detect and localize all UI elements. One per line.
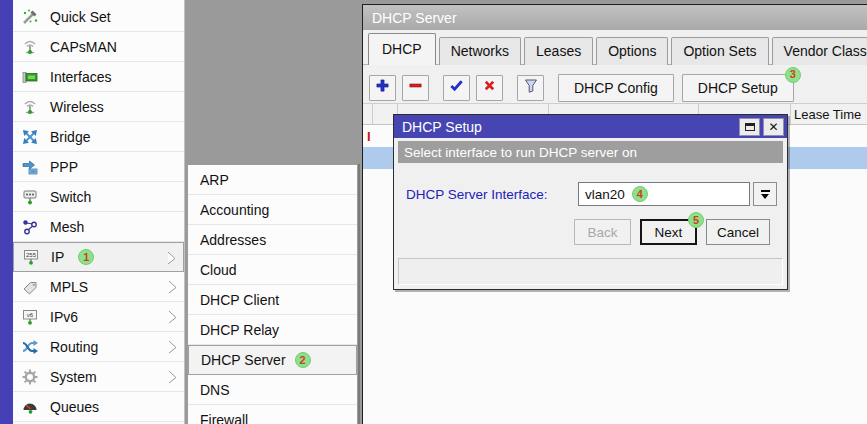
ipv6-icon: v6 — [20, 308, 40, 326]
ip-255-icon: 255 — [21, 248, 41, 266]
sidebar-item-label: Switch — [50, 189, 91, 205]
invalid-flag: I — [363, 129, 371, 144]
sidebar-item-queues[interactable]: Queues — [13, 392, 184, 422]
window-titlebar[interactable]: DHCP Server — [363, 5, 867, 30]
step-badge-1: 1 — [78, 249, 94, 265]
submenu-item-firewall[interactable]: Firewall — [188, 405, 357, 424]
gear-icon — [20, 368, 40, 386]
sidebar-item-label: Interfaces — [50, 69, 111, 85]
routing-arrows-icon — [20, 338, 40, 356]
svg-text:v6: v6 — [27, 312, 34, 318]
submenu-item-dhcp-client[interactable]: DHCP Client — [188, 285, 357, 315]
dialog-buttons: Back Next 5 Cancel — [394, 219, 787, 245]
disable-button[interactable] — [476, 75, 503, 101]
sidebar-accent-bar — [0, 0, 13, 424]
remove-button[interactable] — [402, 75, 429, 101]
interface-field-label: DHCP Server Interface: — [406, 187, 578, 202]
switch-icon — [20, 188, 40, 206]
step-badge-4: 4 — [632, 186, 648, 202]
enable-button[interactable] — [443, 75, 470, 101]
svg-text:255: 255 — [26, 252, 37, 258]
tab-options[interactable]: Options — [596, 37, 668, 65]
dialog-status-bar — [398, 258, 783, 285]
sidebar-item-ip[interactable]: 255 IP 1 — [13, 242, 184, 272]
sidebar-item-mpls[interactable]: MPLS — [13, 272, 184, 302]
sidebar-item-ipv6[interactable]: v6 IPv6 — [13, 302, 184, 332]
dialog-message: Select interface to run DHCP server on — [404, 145, 637, 160]
capsman-antenna-icon — [20, 38, 40, 56]
step-badge-5: 5 — [688, 212, 704, 228]
submenu-item-dhcp-relay[interactable]: DHCP Relay — [188, 315, 357, 345]
maximize-button[interactable] — [739, 118, 760, 136]
sidebar: Quick Set CAPsMAN Interfaces Wireless Br… — [0, 0, 185, 424]
sidebar-item-ppp[interactable]: PPP — [13, 152, 184, 182]
sidebar-item-bridge[interactable]: Bridge — [13, 122, 184, 152]
tab-dhcp[interactable]: DHCP — [368, 33, 436, 65]
submenu-item-accounting[interactable]: Accounting — [188, 195, 357, 225]
bridge-arrows-icon — [20, 128, 40, 146]
submenu-item-dhcp-server[interactable]: DHCP Server 2 — [188, 345, 357, 375]
close-button[interactable]: ✕ — [763, 118, 784, 136]
tab-leases[interactable]: Leases — [524, 37, 593, 65]
step-badge-2: 2 — [295, 352, 311, 368]
sidebar-item-label: MPLS — [50, 279, 88, 295]
dhcp-setup-dialog: DHCP Setup ✕ Select interface to run DHC… — [393, 114, 788, 290]
sidebar-item-capsman[interactable]: CAPsMAN — [13, 32, 184, 62]
add-button[interactable] — [369, 75, 396, 101]
network-card-icon — [20, 68, 40, 86]
submenu-arrow-icon — [168, 340, 177, 358]
sidebar-item-label: IP — [51, 249, 64, 265]
step-badge-3: 3 — [785, 67, 801, 83]
submenu-item-arp[interactable]: ARP — [188, 165, 357, 195]
wireless-antenna-icon — [20, 98, 40, 116]
tab-networks[interactable]: Networks — [439, 37, 521, 65]
sidebar-item-switch[interactable]: Switch — [13, 182, 184, 212]
next-button[interactable]: Next 5 — [640, 219, 697, 245]
dialog-title: DHCP Setup — [402, 119, 736, 135]
column-header-lease-time[interactable]: Lease Time — [791, 104, 867, 124]
tab-bar: DHCP Networks Leases Options Option Sets… — [363, 30, 867, 65]
dhcp-server-interface-input[interactable]: vlan20 4 — [578, 182, 750, 206]
submenu-item-cloud[interactable]: Cloud — [188, 255, 357, 285]
filter-button[interactable] — [517, 75, 544, 101]
sidebar-item-label: Bridge — [50, 129, 90, 145]
sidebar-item-label: Queues — [50, 399, 99, 415]
wand-icon — [20, 8, 40, 26]
dialog-titlebar[interactable]: DHCP Setup ✕ — [394, 115, 787, 138]
submenu-item-addresses[interactable]: Addresses — [188, 225, 357, 255]
sidebar-item-label: System — [50, 369, 97, 385]
disable-cross-icon — [482, 78, 497, 97]
sidebar-item-quick-set[interactable]: Quick Set — [13, 2, 184, 32]
dhcp-config-button[interactable]: DHCP Config — [558, 74, 674, 102]
filter-funnel-icon — [523, 78, 539, 98]
sidebar-item-label: CAPsMAN — [50, 39, 117, 55]
sidebar-item-system[interactable]: System — [13, 362, 184, 392]
tab-vendor-classes[interactable]: Vendor Classes — [772, 37, 867, 65]
submenu-arrow-icon — [168, 280, 177, 298]
submenu-item-dns[interactable]: DNS — [188, 375, 357, 405]
submenu-arrow-icon — [167, 251, 176, 269]
sidebar-item-wireless[interactable]: Wireless — [13, 92, 184, 122]
sidebar-item-label: PPP — [50, 159, 78, 175]
add-icon — [375, 78, 390, 97]
column-header-flags[interactable] — [363, 104, 373, 124]
interface-dropdown-button[interactable] — [753, 182, 777, 206]
back-button[interactable]: Back — [574, 219, 631, 245]
window-title: DHCP Server — [372, 10, 457, 26]
dhcp-setup-button[interactable]: DHCP Setup 3 — [682, 74, 794, 102]
remove-icon — [408, 78, 423, 97]
ip-submenu: ARP Accounting Addresses Cloud DHCP Clie… — [187, 164, 358, 424]
sidebar-item-interfaces[interactable]: Interfaces — [13, 62, 184, 92]
interface-field-row: DHCP Server Interface: vlan20 4 — [394, 182, 787, 206]
cancel-button[interactable]: Cancel — [706, 219, 770, 245]
mpls-tag-icon — [20, 278, 40, 296]
sidebar-item-label: Wireless — [50, 99, 104, 115]
mesh-nodes-icon — [20, 218, 40, 236]
tab-option-sets[interactable]: Option Sets — [671, 37, 768, 65]
ppp-connection-icon — [20, 158, 40, 176]
sidebar-item-label: Quick Set — [50, 9, 111, 25]
sidebar-item-routing[interactable]: Routing — [13, 332, 184, 362]
sidebar-item-label: Mesh — [50, 219, 84, 235]
sidebar-item-mesh[interactable]: Mesh — [13, 212, 184, 242]
toolbar: DHCP Config DHCP Setup 3 — [363, 65, 867, 103]
